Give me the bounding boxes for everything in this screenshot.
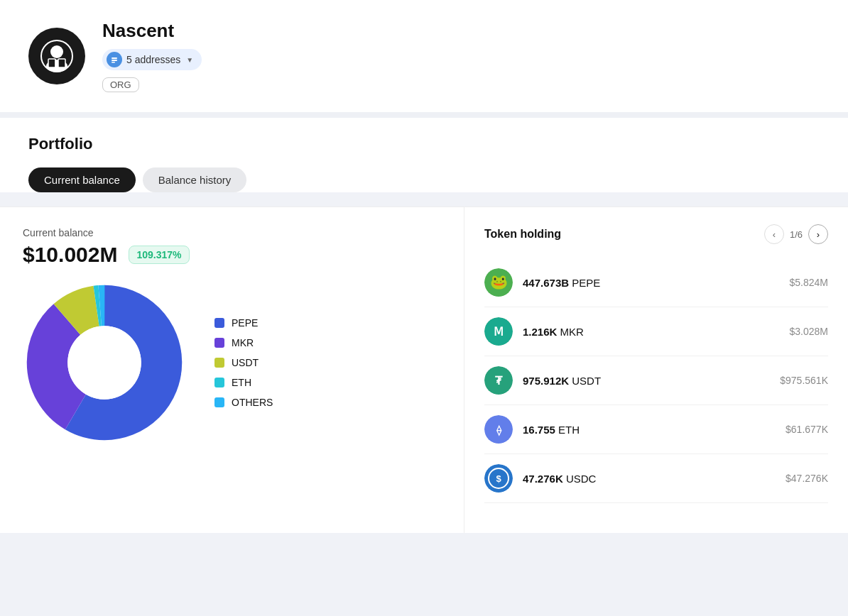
legend-label-eth: ETH: [232, 377, 251, 388]
token-holding-header: Token holding ‹ 1/6 ›: [484, 224, 828, 244]
legend-color-others: [214, 397, 224, 407]
legend-label-mkr: MKR: [232, 337, 254, 348]
svg-text:Ⅿ: Ⅿ: [494, 326, 504, 338]
next-page-button[interactable]: ›: [808, 224, 828, 244]
token-value-pepe: $5.824M: [790, 277, 828, 288]
addresses-badge[interactable]: 5 addresses ▼: [102, 49, 202, 70]
svg-rect-3: [48, 59, 55, 67]
legend-color-eth: [214, 378, 224, 387]
token-list: 🐸 447.673B PEPE $5.824M Ⅿ: [484, 258, 828, 503]
svg-text:⟠: ⟠: [496, 424, 502, 436]
legend-item-usdt: USDT: [214, 357, 273, 368]
legend-item-eth: ETH: [214, 377, 273, 388]
svg-text:₮: ₮: [495, 375, 503, 387]
token-item-usdc: $ 47.276K USDC $47.276K: [484, 454, 828, 503]
top-section: Nascent 5 addresses ▼ ORG: [0, 0, 848, 112]
svg-text:$: $: [496, 473, 501, 484]
svg-rect-9: [112, 62, 115, 63]
svg-rect-4: [58, 59, 65, 67]
svg-text:🐸: 🐸: [490, 273, 508, 290]
legend-label-others: OTHERS: [232, 397, 273, 408]
section-divider: [0, 112, 848, 118]
balance-amount: $10.002M: [23, 243, 117, 267]
legend-color-usdt: [214, 358, 224, 368]
org-name: Nascent: [102, 20, 202, 42]
token-value-eth: $61.677K: [786, 424, 828, 435]
legend-item-others: OTHERS: [214, 397, 273, 408]
svg-rect-8: [112, 60, 117, 61]
token-item-usdt: ₮ 975.912K USDT $975.561K: [484, 356, 828, 405]
token-amount-usdt: 975.912K USDT: [523, 375, 601, 387]
token-holding-title: Token holding: [484, 228, 561, 241]
portfolio-section: Portfolio Current balance Balance histor…: [0, 118, 848, 192]
token-amount-mkr: 1.216K MKR: [523, 326, 584, 338]
org-info: Nascent 5 addresses ▼ ORG: [102, 20, 202, 92]
balance-label: Current balance: [23, 227, 441, 238]
org-tag: ORG: [102, 77, 139, 92]
token-left-usdc: $ 47.276K USDC: [484, 464, 596, 493]
token-left-pepe: 🐸 447.673B PEPE: [484, 268, 600, 297]
donut-chart: [23, 281, 186, 444]
legend-label-usdt: USDT: [232, 357, 259, 368]
page-info: 1/6: [790, 229, 803, 240]
token-value-usdc: $47.276K: [786, 473, 828, 484]
avatar: [28, 28, 85, 84]
prev-page-button[interactable]: ‹: [764, 224, 784, 244]
legend-item-pepe: PEPE: [214, 317, 273, 329]
addresses-label: 5 addresses: [126, 54, 180, 65]
tab-bar: Current balance Balance history: [28, 167, 820, 192]
chart-legend-container: PEPE MKR USDT ETH OTHERS: [23, 281, 441, 444]
percent-badge: 109.317%: [129, 246, 189, 264]
token-left-usdt: ₮ 975.912K USDT: [484, 366, 601, 395]
svg-point-15: [67, 326, 141, 400]
token-amount-pepe: 447.673B PEPE: [523, 277, 600, 289]
tab-balance-history[interactable]: Balance history: [143, 167, 247, 192]
tab-current-balance[interactable]: Current balance: [28, 167, 136, 192]
portfolio-title: Portfolio: [28, 135, 820, 153]
content-row: Current balance $10.002M 109.317%: [0, 207, 848, 533]
chevron-down-icon: ▼: [186, 56, 193, 64]
right-panel: Token holding ‹ 1/6 › 🐸 44: [464, 207, 848, 533]
token-icon-usdc: $: [484, 464, 513, 493]
legend-item-mkr: MKR: [214, 337, 273, 348]
left-panel: Current balance $10.002M 109.317%: [0, 207, 464, 533]
svg-point-0: [50, 45, 63, 58]
token-icon-usdt: ₮: [484, 366, 513, 395]
token-left-eth: ⟠ 16.755 ETH: [484, 415, 580, 444]
balance-row: $10.002M 109.317%: [23, 243, 441, 267]
token-icon-mkr: Ⅿ: [484, 317, 513, 346]
legend-label-pepe: PEPE: [232, 317, 258, 329]
pagination: ‹ 1/6 ›: [764, 224, 828, 244]
legend-color-pepe: [214, 318, 224, 328]
svg-rect-7: [112, 57, 117, 59]
token-item-eth: ⟠ 16.755 ETH $61.677K: [484, 405, 828, 454]
token-value-mkr: $3.028M: [790, 326, 828, 337]
address-icon: [107, 52, 122, 67]
token-value-usdt: $975.561K: [780, 375, 828, 386]
token-amount-eth: 16.755 ETH: [523, 424, 580, 436]
token-item-pepe: 🐸 447.673B PEPE $5.824M: [484, 258, 828, 307]
token-icon-eth: ⟠: [484, 415, 513, 444]
token-item-mkr: Ⅿ 1.216K MKR $3.028M: [484, 307, 828, 356]
token-amount-usdc: 47.276K USDC: [523, 473, 596, 485]
token-left-mkr: Ⅿ 1.216K MKR: [484, 317, 584, 346]
legend-color-mkr: [214, 338, 224, 348]
token-icon-pepe: 🐸: [484, 268, 513, 297]
chart-legend: PEPE MKR USDT ETH OTHERS: [214, 317, 273, 408]
